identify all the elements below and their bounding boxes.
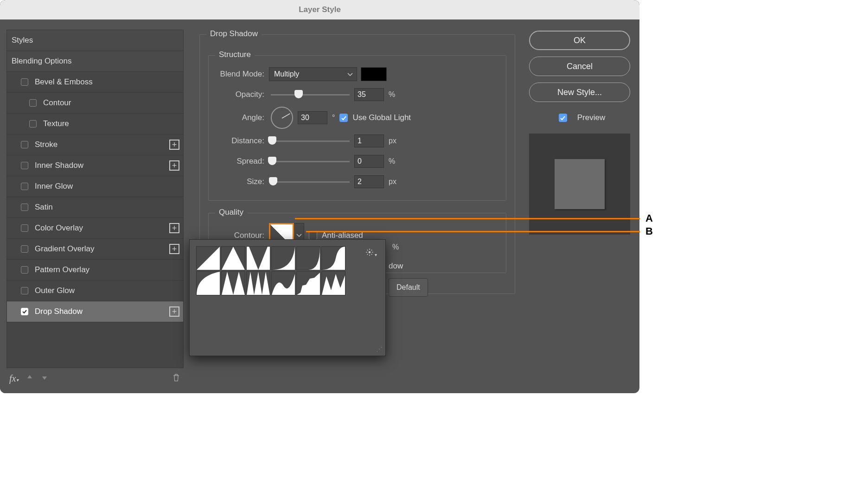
move-down-icon[interactable]	[41, 374, 48, 383]
contour-preset-grid	[196, 246, 349, 295]
preview-toggle-row: Preview	[554, 113, 605, 122]
spread-slider[interactable]	[271, 157, 350, 166]
distance-label: Distance:	[217, 136, 269, 146]
blending-options-header[interactable]: Blending Options	[7, 51, 183, 72]
checkbox-pattern-overlay[interactable]	[21, 266, 28, 274]
contour-preset-cone[interactable]	[221, 246, 245, 270]
checkbox-satin[interactable]	[21, 204, 28, 211]
checkbox-bevel-emboss[interactable]	[21, 78, 28, 86]
svg-marker-3	[247, 272, 270, 295]
anti-aliased-checkbox[interactable]	[309, 231, 317, 240]
sidebar-toolbar: fx▾	[6, 368, 184, 389]
sidebar-item-label: Bevel & Emboss	[35, 77, 93, 87]
sidebar-item-bevel-emboss[interactable]: Bevel & Emboss	[7, 72, 183, 93]
add-gradient-overlay-icon[interactable]: +	[169, 244, 179, 254]
sidebar-item-color-overlay[interactable]: Color Overlay +	[7, 218, 183, 239]
window-title: Layer Style	[0, 0, 639, 19]
opacity-input[interactable]: 35	[354, 88, 384, 101]
add-inner-shadow-icon[interactable]: +	[169, 160, 179, 171]
new-style-button[interactable]: New Style...	[529, 83, 630, 102]
angle-input[interactable]: 30	[298, 111, 327, 124]
add-color-overlay-icon[interactable]: +	[169, 223, 179, 233]
ok-button[interactable]: OK	[529, 31, 630, 50]
svg-marker-1	[222, 247, 245, 270]
checkbox-gradient-overlay[interactable]	[21, 245, 28, 253]
sidebar-item-stroke[interactable]: Stroke +	[7, 134, 183, 155]
contour-preset-rounded-steps[interactable]	[296, 271, 320, 295]
contour-preset-ring-double[interactable]	[246, 271, 270, 295]
spread-input[interactable]: 0	[354, 155, 384, 168]
contour-preset-ring[interactable]	[221, 271, 245, 295]
cancel-button[interactable]: Cancel	[529, 57, 630, 76]
contour-preset-linear[interactable]	[196, 246, 220, 270]
shadow-color-swatch[interactable]	[361, 67, 387, 81]
sidebar-item-pattern-overlay[interactable]: Pattern Overlay	[7, 260, 183, 281]
spread-unit: %	[389, 157, 395, 166]
size-input[interactable]: 2	[354, 175, 384, 188]
contour-preset-sawtooth[interactable]	[321, 271, 345, 295]
angle-dial[interactable]	[271, 107, 293, 129]
checkbox-texture[interactable]	[29, 120, 37, 128]
sidebar-item-texture[interactable]: Texture	[7, 114, 183, 134]
contour-preset-cove-shallow[interactable]	[296, 246, 320, 270]
add-stroke-icon[interactable]: +	[169, 140, 179, 150]
checkbox-drop-shadow[interactable]	[21, 308, 28, 315]
checkbox-stroke[interactable]	[21, 141, 28, 148]
size-row: Size: 2 px	[217, 172, 498, 192]
sidebar-item-label: Inner Shadow	[35, 161, 83, 170]
opacity-row: Opacity: 35 %	[217, 84, 498, 105]
opacity-unit: %	[389, 90, 395, 99]
size-unit: px	[389, 178, 396, 186]
contour-preset-gaussian[interactable]	[321, 246, 345, 270]
preview-checkbox[interactable]	[559, 114, 567, 122]
sidebar-item-label: Contour	[43, 98, 71, 108]
sidebar-item-label: Pattern Overlay	[35, 265, 89, 274]
checkbox-contour[interactable]	[29, 99, 37, 107]
checkbox-color-overlay[interactable]	[21, 224, 28, 232]
trash-icon[interactable]	[172, 372, 181, 384]
sidebar-item-inner-shadow[interactable]: Inner Shadow +	[7, 155, 183, 176]
blend-mode-row: Blend Mode: Multiply	[217, 64, 498, 84]
opacity-slider[interactable]	[271, 90, 350, 99]
checkbox-inner-shadow[interactable]	[21, 162, 28, 169]
svg-point-5	[369, 251, 371, 254]
move-up-icon[interactable]	[26, 374, 33, 383]
add-drop-shadow-icon[interactable]: +	[169, 306, 179, 317]
contour-preset-cove-deep[interactable]	[271, 246, 295, 270]
distance-row: Distance: 1 px	[217, 131, 498, 151]
size-slider[interactable]	[271, 177, 350, 186]
blend-mode-select[interactable]: Multiply	[269, 67, 357, 81]
sidebar-item-label: Color Overlay	[35, 223, 83, 233]
contour-preset-half-round[interactable]	[196, 271, 220, 295]
contour-preset-rolling-slope[interactable]	[271, 271, 295, 295]
global-light-label: Use Global Light	[352, 113, 411, 122]
sidebar-item-label: Texture	[43, 119, 69, 128]
styles-header[interactable]: Styles	[7, 30, 183, 51]
fx-menu-icon[interactable]: fx▾	[9, 373, 19, 384]
sidebar-item-outer-glow[interactable]: Outer Glow	[7, 281, 183, 301]
blend-mode-label: Blend Mode:	[217, 70, 269, 79]
angle-unit: °	[332, 114, 335, 122]
sidebar: Styles Blending Options Bevel & Emboss C…	[0, 19, 190, 393]
contour-preset-cone-inverted[interactable]	[246, 246, 270, 270]
checkbox-inner-glow[interactable]	[21, 183, 28, 190]
style-list: Styles Blending Options Bevel & Emboss C…	[6, 30, 184, 368]
global-light-checkbox[interactable]	[339, 114, 348, 122]
dialog-buttons: OK Cancel New Style... Preview	[524, 29, 635, 389]
sidebar-item-gradient-overlay[interactable]: Gradient Overlay +	[7, 239, 183, 260]
resize-grip-icon[interactable]: ⋰	[376, 345, 383, 353]
structure-fieldset: Structure Blend Mode: Multiply Opacity:	[208, 55, 506, 201]
sidebar-item-satin[interactable]: Satin	[7, 197, 183, 218]
checkbox-outer-glow[interactable]	[21, 287, 28, 294]
sidebar-item-contour[interactable]: Contour	[7, 93, 183, 114]
distance-unit: px	[389, 137, 396, 145]
distance-slider[interactable]	[271, 136, 350, 146]
distance-input[interactable]: 1	[354, 134, 384, 147]
spread-row: Spread: 0 %	[217, 151, 498, 172]
contour-picker-menu-icon[interactable]: ▾	[365, 248, 377, 258]
sidebar-item-label: Satin	[35, 203, 53, 212]
annotation-label-b: B	[645, 225, 653, 237]
sidebar-item-inner-glow[interactable]: Inner Glow	[7, 176, 183, 197]
reset-default-button[interactable]: Default	[389, 278, 428, 297]
sidebar-item-drop-shadow[interactable]: Drop Shadow +	[7, 301, 183, 322]
